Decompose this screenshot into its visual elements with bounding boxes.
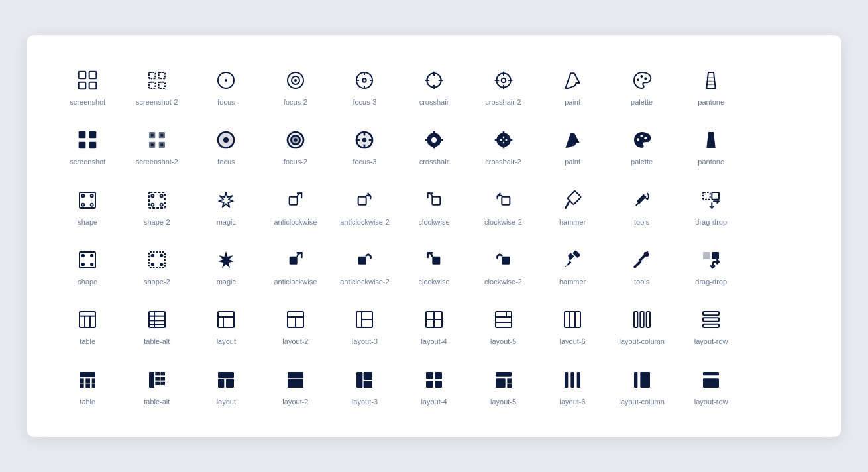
icon-item-anticlockwise-2[interactable]: anticlockwise-2 — [330, 176, 400, 236]
icon-item-clockwise[interactable]: clockwise — [400, 236, 469, 296]
icon-item-palette[interactable]: palette — [607, 116, 677, 176]
icon-item-layout-4[interactable]: layout-4 — [400, 296, 469, 355]
icon-item-screenshot[interactable]: screenshot — [53, 116, 123, 176]
svg-rect-6 — [149, 82, 155, 88]
layout-column-icon — [630, 308, 654, 331]
icon-label-table: table — [80, 337, 95, 346]
icon-item-focus[interactable]: focus — [191, 56, 261, 116]
icon-item-layout-row[interactable]: layout-row — [677, 356, 746, 416]
icon-item-table[interactable]: table — [53, 356, 123, 416]
icon-item-palette[interactable]: palette — [607, 56, 677, 116]
icon-item-anticlockwise-2[interactable]: anticlockwise-2 — [330, 236, 400, 296]
icon-item-layout-2[interactable]: layout-2 — [261, 296, 331, 355]
icon-item-screenshot-2[interactable]: screenshot-2 — [123, 116, 192, 176]
icon-item-crosshair-2[interactable]: crosshair-2 — [468, 116, 538, 176]
screenshot-icon — [76, 68, 99, 92]
icon-item-screenshot-2[interactable]: screenshot-2 — [123, 56, 192, 116]
icon-label-hammer: hammer — [559, 277, 586, 286]
icon-item-screenshot[interactable]: screenshot — [53, 56, 123, 116]
icon-item-layout-6[interactable]: layout-6 — [538, 356, 608, 416]
icon-item-focus-3[interactable]: focus-3 — [330, 116, 400, 176]
icon-item-crosshair-2[interactable]: crosshair-2 — [468, 56, 538, 116]
icon-item-shape[interactable]: shape — [53, 236, 123, 296]
icon-item-focus[interactable]: focus — [191, 116, 261, 176]
icon-item-layout-6[interactable]: layout-6 — [538, 296, 608, 355]
svg-rect-160 — [155, 381, 160, 384]
svg-rect-154 — [80, 383, 84, 388]
icon-item-drag-drop[interactable]: drag-drop — [677, 176, 746, 236]
icon-item-layout-3[interactable]: layout-3 — [330, 296, 400, 355]
icon-item-paint[interactable]: paint — [538, 116, 608, 176]
icon-item-focus-3[interactable]: focus-3 — [330, 56, 400, 116]
svg-rect-159 — [155, 377, 160, 380]
icon-item-empty[interactable] — [745, 56, 815, 116]
icon-item-paint[interactable]: paint — [538, 56, 608, 116]
svg-point-85 — [151, 194, 154, 197]
icon-item-layout-2[interactable]: layout-2 — [261, 356, 331, 416]
icon-label-anticlockwise: anticlockwise — [274, 217, 317, 227]
icon-item-layout-3[interactable]: layout-3 — [330, 356, 400, 416]
icon-item-hammer[interactable]: hammer — [538, 236, 608, 296]
icon-item-table-alt[interactable]: table-alt — [123, 296, 192, 355]
layout-3-icon — [353, 368, 376, 392]
icon-item-shape-2[interactable]: shape-2 — [123, 176, 192, 236]
pantone-icon — [699, 128, 723, 152]
icon-item-layout-5[interactable]: layout-5 — [468, 356, 538, 416]
layout-column-icon — [630, 368, 654, 392]
icon-item-tools[interactable]: tools — [607, 176, 677, 236]
icon-item-anticlockwise[interactable]: anticlockwise — [261, 236, 331, 296]
icon-item-layout[interactable]: layout — [191, 356, 261, 416]
icon-item-magic[interactable]: magic — [191, 236, 261, 296]
svg-point-18 — [363, 78, 366, 82]
icon-item-empty[interactable] — [745, 236, 815, 296]
hammer-icon — [561, 188, 584, 212]
svg-rect-0 — [79, 72, 86, 79]
icon-item-layout-row[interactable]: layout-row — [677, 296, 746, 355]
icon-library-card: screenshotscreenshot-2focusfocus-2focus-… — [27, 35, 841, 437]
svg-point-78 — [644, 137, 647, 140]
icon-item-layout-4[interactable]: layout-4 — [400, 356, 469, 416]
icon-item-layout-column[interactable]: layout-column — [607, 356, 677, 416]
icon-item-crosshair[interactable]: crosshair — [400, 56, 469, 116]
pantone-icon — [699, 68, 723, 92]
icon-item-focus-2[interactable]: focus-2 — [261, 116, 331, 176]
icon-item-layout-5[interactable]: layout-5 — [468, 296, 538, 355]
icon-item-empty[interactable] — [745, 356, 815, 416]
icon-item-empty[interactable] — [745, 296, 815, 355]
icon-item-layout[interactable]: layout — [191, 296, 261, 355]
icon-item-pantone[interactable]: pantone — [677, 116, 746, 176]
icon-label-crosshair: crosshair — [419, 157, 449, 166]
icon-label-screenshot: screenshot — [70, 97, 105, 107]
layout-icon — [214, 368, 238, 392]
icon-item-layout-column[interactable]: layout-column — [607, 296, 677, 355]
icon-item-empty[interactable] — [745, 116, 815, 176]
svg-rect-33 — [79, 131, 86, 139]
icon-label-crosshair-2: crosshair-2 — [485, 97, 521, 107]
svg-rect-116 — [80, 312, 95, 327]
icon-item-focus-2[interactable]: focus-2 — [261, 56, 331, 116]
icon-label-layout-column: layout-column — [619, 397, 664, 406]
icon-item-clockwise-2[interactable]: clockwise-2 — [468, 236, 538, 296]
icon-item-hammer[interactable]: hammer — [538, 176, 608, 236]
svg-point-76 — [637, 139, 639, 141]
icon-item-anticlockwise[interactable]: anticlockwise — [261, 176, 331, 236]
icon-item-pantone[interactable]: pantone — [677, 56, 746, 116]
svg-point-32 — [644, 77, 647, 80]
icon-item-table-alt[interactable]: table-alt — [123, 356, 192, 416]
icon-label-layout-4: layout-4 — [421, 337, 447, 346]
icon-item-crosshair[interactable]: crosshair — [400, 116, 469, 176]
svg-rect-3 — [89, 82, 97, 89]
icon-item-tools[interactable]: tools — [607, 236, 677, 296]
icon-item-magic[interactable]: magic — [191, 176, 261, 236]
icon-item-shape[interactable]: shape — [53, 176, 123, 236]
icon-item-empty[interactable] — [745, 176, 815, 236]
icon-item-drag-drop[interactable]: drag-drop — [677, 236, 746, 296]
icon-item-clockwise[interactable]: clockwise — [400, 176, 469, 236]
icon-item-shape-2[interactable]: shape-2 — [123, 236, 192, 296]
layout-icon — [214, 308, 238, 331]
icon-item-clockwise-2[interactable]: clockwise-2 — [468, 176, 538, 236]
svg-rect-166 — [226, 379, 234, 387]
icon-item-table[interactable]: table — [53, 296, 123, 355]
icon-label-tools: tools — [634, 217, 649, 227]
icon-label-anticlockwise: anticlockwise — [274, 277, 317, 286]
